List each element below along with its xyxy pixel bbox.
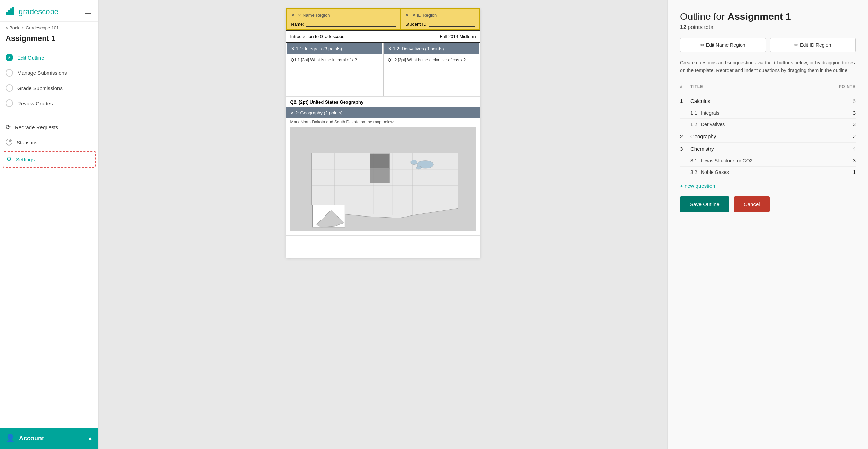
row-title-calculus: Calculus: [690, 98, 828, 104]
row-num-3: 3: [680, 146, 690, 152]
row-title-lewis: Lewis Structure for CO2: [701, 158, 828, 164]
check-circle-icon: ✓: [6, 54, 13, 61]
template-area: ✕ ✕ Name Region Name: ✕ ✕ ID Region Stud…: [99, 0, 667, 449]
row-points-geography: 2: [828, 133, 856, 139]
statistics-icon: [6, 139, 12, 147]
row-num-3-2: 3.2: [690, 169, 701, 175]
main-content: ✕ ✕ Name Region Name: ✕ ✕ ID Region Stud…: [99, 0, 868, 449]
template-page: ✕ ✕ Name Region Name: ✕ ✕ ID Region Stud…: [286, 8, 480, 258]
row-title-chemistry: Chemistry: [690, 146, 828, 152]
svg-rect-1: [8, 10, 10, 15]
expand-icon: ▲: [87, 435, 93, 441]
q1-1-label: ✕ 1.1: Integrals (3 points): [291, 46, 342, 51]
name-x-btn[interactable]: ✕: [291, 12, 295, 18]
nav-label-regrade-requests: Regrade Requests: [15, 124, 58, 130]
row-num-1-2: 1.2: [690, 122, 701, 127]
outline-title-prefix: Outline for: [680, 11, 727, 22]
action-buttons: Save Outline Cancel: [680, 196, 856, 212]
row-num-1-1: 1.1: [690, 110, 701, 116]
back-link[interactable]: < Back to Gradescope 101: [0, 22, 98, 33]
outline-subtitle: 12 points total: [680, 24, 856, 30]
region-buttons: ✏ Edit Name Region ✏ Edit ID Region: [680, 38, 856, 52]
row-points-noble: 1: [828, 169, 856, 175]
outline-row-geography[interactable]: 2 Geography 2: [680, 130, 856, 143]
edit-id-region-button[interactable]: ✏ Edit ID Region: [770, 38, 856, 52]
question-header-1-1[interactable]: ✕ 1.1: Integrals (3 points): [287, 43, 382, 54]
row-title-geography: Geography: [690, 133, 828, 139]
id-x-btn[interactable]: ✕: [405, 12, 409, 18]
header-info-row: Introduction to Gradescope Fall 2014 Mid…: [286, 31, 480, 43]
q1-1-text: Q1.1 [3pt] What is the integral of x ?: [291, 58, 357, 62]
name-region-label: ✕ ✕ Name Region: [291, 12, 396, 18]
questions-row: ✕ 1.1: Integrals (3 points) Q1.1 [3pt] W…: [286, 43, 480, 97]
new-question-button[interactable]: + new question: [680, 178, 856, 194]
outline-row-calculus[interactable]: 1 Calculus 6: [680, 95, 856, 107]
assignment-title: Assignment 1: [0, 33, 98, 48]
outline-row-chemistry[interactable]: 3 Chemistry 4: [680, 143, 856, 155]
id-region[interactable]: ✕ ✕ ID Region Student ID:: [400, 8, 480, 30]
outline-row-integrals[interactable]: 1.1 Integrals 3: [680, 107, 856, 119]
q1-2-label: ✕ 1.2: Derivatives (3 points): [388, 46, 444, 51]
account-section[interactable]: 👤 Account ▲: [0, 428, 98, 449]
edit-name-region-button[interactable]: ✏ Edit Name Region: [680, 38, 766, 52]
nav-item-grade-submissions[interactable]: Grade Submissions: [0, 80, 98, 96]
row-points-chemistry: 4: [828, 146, 856, 152]
id-line: [429, 21, 475, 27]
outline-table-header: # TITLE POINTS: [680, 83, 856, 92]
nav-item-review-grades[interactable]: Review Grades: [0, 96, 98, 111]
q2-subtitle: Mark North Dakota and South Dakota on th…: [286, 118, 480, 124]
row-points-lewis: 3: [828, 158, 856, 164]
row-points-derivatives: 3: [828, 122, 856, 127]
name-line: [306, 21, 396, 27]
settings-icon: ⚙: [6, 156, 12, 163]
region-row: ✕ ✕ Name Region Name: ✕ ✕ ID Region Stud…: [286, 8, 480, 31]
nav-item-edit-outline[interactable]: ✓ Edit Outline: [0, 50, 98, 65]
row-title-integrals: Integrals: [701, 110, 828, 116]
outline-description: Create questions and subquestions via th…: [680, 59, 856, 74]
question-header-1-2[interactable]: ✕ 1.2: Derivatives (3 points): [384, 43, 479, 54]
outline-row-lewis[interactable]: 3.1 Lewis Structure for CO2 3: [680, 155, 856, 167]
regrade-icon: ⟳: [6, 123, 11, 131]
nav-item-statistics[interactable]: Statistics: [0, 135, 98, 150]
outline-row-noble[interactable]: 3.2 Noble Gases 1: [680, 167, 856, 178]
nav-item-manage-submissions[interactable]: Manage Submissions: [0, 65, 98, 80]
id-field-row: Student ID:: [405, 21, 475, 27]
sidebar-header: gradescope: [0, 0, 98, 22]
question-body-1-1: Q1.1 [3pt] What is the integral of x ?: [287, 54, 382, 96]
id-region-label: ✕ ✕ ID Region: [405, 12, 475, 18]
col-header-num: #: [680, 84, 690, 89]
logo-text: gradescope: [19, 7, 58, 16]
nav-label-grade-submissions: Grade Submissions: [17, 85, 63, 91]
question-body-1-2: Q1.2 [3pt] What is the derivative of cos…: [384, 54, 479, 96]
id-field-label: Student ID:: [405, 21, 428, 27]
svg-rect-21: [370, 154, 389, 168]
row-points-calculus: 6: [828, 98, 856, 104]
outline-title: Outline for Assignment 1: [680, 11, 856, 22]
empty-circle-icon-3: [6, 99, 13, 107]
nav-divider: [6, 115, 93, 115]
account-icon: 👤: [6, 434, 15, 443]
name-field-row: Name:: [291, 21, 396, 27]
nav-item-regrade-requests[interactable]: ⟳ Regrade Requests: [0, 120, 98, 135]
nav-item-settings[interactable]: ⚙ Settings: [3, 151, 96, 168]
course-name: Introduction to Gradescope: [290, 34, 345, 39]
nav-label-settings: Settings: [16, 157, 35, 162]
row-title-derivatives: Derivatives: [701, 122, 828, 127]
outline-panel: Outline for Assignment 1 12 points total…: [667, 0, 868, 449]
account-label: Account: [19, 435, 44, 442]
nav-label-manage-submissions: Manage Submissions: [17, 70, 67, 76]
menu-icon[interactable]: [85, 8, 93, 16]
cancel-button[interactable]: Cancel: [734, 196, 770, 212]
svg-rect-3: [12, 7, 14, 15]
svg-point-19: [410, 160, 417, 165]
outline-row-derivatives[interactable]: 1.2 Derivatives 3: [680, 119, 856, 130]
q2-title: Q2. [2pt] United States Geography: [286, 97, 480, 107]
name-region[interactable]: ✕ ✕ Name Region Name:: [286, 8, 400, 30]
points-bold: 12: [680, 24, 686, 30]
nav-label-edit-outline: Edit Outline: [17, 55, 44, 61]
svg-point-20: [416, 166, 421, 169]
q2-header[interactable]: ✕ 2: Geography (2 points): [286, 107, 480, 118]
save-outline-button[interactable]: Save Outline: [680, 196, 729, 212]
svg-rect-0: [6, 12, 8, 15]
row-points-integrals: 3: [828, 110, 856, 116]
